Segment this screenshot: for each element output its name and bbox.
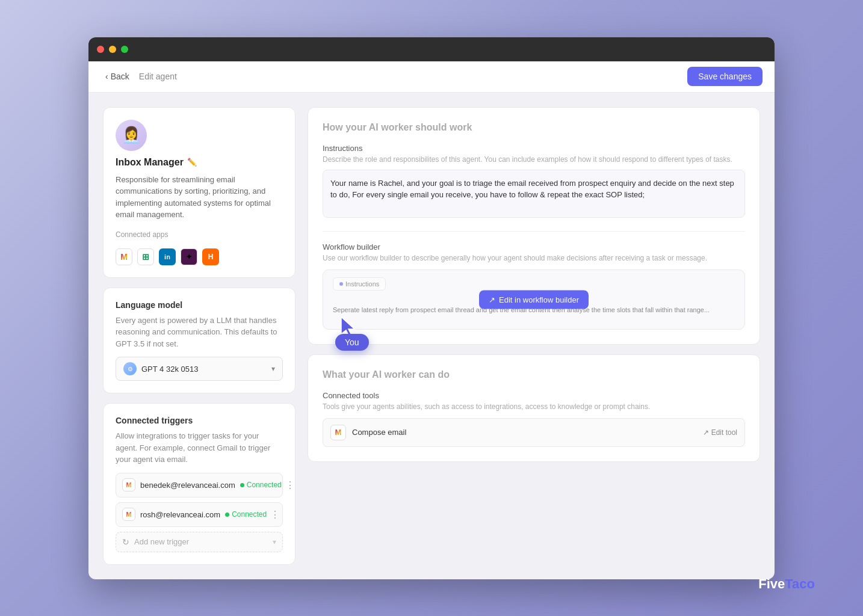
cursor-icon (341, 317, 358, 339)
workflow-node-label: Instructions (345, 280, 379, 288)
what-can-do-card: What your AI worker can do Connected too… (308, 354, 760, 462)
trigger-item-0: M benedek@relevanceai.com Connected ⋮ (116, 473, 283, 497)
how-ai-works-title: How your AI worker should work (323, 122, 745, 133)
language-model-card: Language model Every agent is powered by… (103, 288, 295, 394)
hubspot-icon: H (202, 248, 219, 265)
right-panel: How your AI worker should work Instructi… (308, 107, 760, 565)
slack-icon: ✦ (181, 248, 197, 265)
trigger-gmail-icon-0: M (122, 478, 135, 491)
save-changes-button[interactable]: Save changes (687, 67, 762, 86)
model-name: GPT 4 32k 0513 (141, 365, 198, 374)
topbar: ‹ Back Edit agent Save changes (88, 61, 775, 93)
divider (323, 231, 745, 232)
instructions-section: Instructions Describe the role and respo… (323, 144, 745, 220)
sheets-icon: ⊞ (137, 248, 154, 265)
how-ai-works-card: How your AI worker should work Instructi… (308, 107, 760, 345)
tool-name-0: Compose email (352, 428, 406, 437)
what-can-do-title: What your AI worker can do (323, 369, 745, 380)
edit-name-icon[interactable]: ✏️ (187, 158, 197, 167)
workflow-edit-button[interactable]: ↗ Edit in workflow builder (479, 290, 589, 309)
trigger-email-1: rosh@relevanceai.com (140, 510, 220, 519)
trigger-gmail-icon-1: M (122, 508, 135, 521)
model-icon: ⚙ (123, 362, 137, 375)
triggers-description: Allow integrations to trigger tasks for … (116, 430, 283, 466)
tools-label: Connected tools (323, 391, 745, 400)
trigger-menu-button-0[interactable]: ⋮ (282, 478, 298, 492)
svg-marker-0 (341, 317, 354, 337)
close-dot[interactable] (97, 46, 104, 53)
tool-item-0: M Compose email ↗ Edit tool (323, 418, 745, 447)
instructions-description: Describe the role and responsibilites of… (323, 155, 745, 164)
trigger-email-0: benedek@relevanceai.com (140, 481, 235, 490)
arrow-up-right-icon: ↗ (703, 428, 709, 437)
topbar-left: ‹ Back Edit agent (101, 69, 177, 84)
instructions-textarea[interactable]: Your name is Rachel, and your goal is to… (323, 170, 745, 218)
workflow-edit-label: Edit in workflow builder (499, 295, 579, 304)
avatar: 👩‍💼 (116, 120, 147, 151)
instructions-label: Instructions (323, 144, 745, 153)
maximize-dot[interactable] (121, 46, 128, 53)
language-model-title: Language model (116, 300, 283, 310)
add-trigger-button[interactable]: ↻ Add new trigger ▾ (116, 532, 283, 552)
arrow-icon: ↗ (489, 295, 495, 304)
agent-info-card: 👩‍💼 Inbox Manager ✏️ Responsible for str… (103, 107, 295, 278)
brand-five: Five (758, 576, 785, 591)
page-label: Edit agent (139, 72, 177, 81)
chevron-down-icon: ▾ (271, 365, 275, 373)
main-content: 👩‍💼 Inbox Manager ✏️ Responsible for str… (88, 93, 775, 579)
titlebar (88, 37, 775, 61)
trigger-status-1: Connected (225, 510, 267, 519)
triggers-title: Connected triggers (116, 416, 283, 425)
trigger-item-1: M rosh@relevanceai.com Connected ⋮ (116, 502, 283, 527)
trigger-menu-button-1[interactable]: ⋮ (267, 508, 283, 522)
trigger-status-0: Connected (240, 481, 282, 489)
linkedin-icon: in (159, 248, 176, 265)
model-selector[interactable]: ⚙ GPT 4 32k 0513 ▾ (116, 357, 283, 381)
workflow-section: Workflow builder Use our workflow builde… (323, 242, 745, 330)
edit-tool-button-0[interactable]: ↗ Edit tool (703, 428, 737, 437)
add-trigger-label: Add new trigger (134, 537, 189, 546)
connected-apps-label: Connected apps (116, 230, 283, 239)
agent-header: 👩‍💼 Inbox Manager ✏️ Responsible for str… (116, 120, 283, 265)
plus-icon: ↻ (122, 537, 129, 547)
left-panel: 👩‍💼 Inbox Manager ✏️ Responsible for str… (103, 107, 295, 565)
tool-gmail-icon: M (330, 425, 346, 440)
workflow-preview: Instructions Seperate latest reply from … (323, 270, 745, 330)
app-icons: M ⊞ in ✦ H (116, 248, 283, 265)
language-model-description: Every agent is powered by a LLM that han… (116, 315, 283, 350)
tools-description: Tools give your agents abilities, such a… (323, 402, 745, 411)
connected-triggers-card: Connected triggers Allow integrations to… (103, 403, 295, 565)
back-button[interactable]: ‹ Back (101, 69, 134, 84)
chevron-left-icon: ‹ (105, 72, 108, 81)
add-trigger-chevron: ▾ (273, 538, 276, 546)
app-window: ‹ Back Edit agent Save changes 👩‍💼 Inbox… (88, 37, 775, 579)
agent-name: Inbox Manager (116, 157, 184, 168)
back-label: Back (111, 72, 129, 81)
workflow-description: Use our workflow builder to describe gen… (323, 254, 745, 262)
agent-name-row: Inbox Manager ✏️ (116, 157, 283, 168)
workflow-node-instructions: Instructions (333, 277, 386, 291)
gmail-icon: M (116, 248, 132, 265)
edit-tool-label: Edit tool (711, 428, 737, 437)
workflow-label: Workflow builder (323, 242, 745, 251)
brand-taco: Taco (785, 576, 815, 591)
agent-description: Responsible for streamlining email commu… (116, 174, 283, 221)
minimize-dot[interactable] (109, 46, 116, 53)
branding: FiveTaco (758, 576, 815, 592)
